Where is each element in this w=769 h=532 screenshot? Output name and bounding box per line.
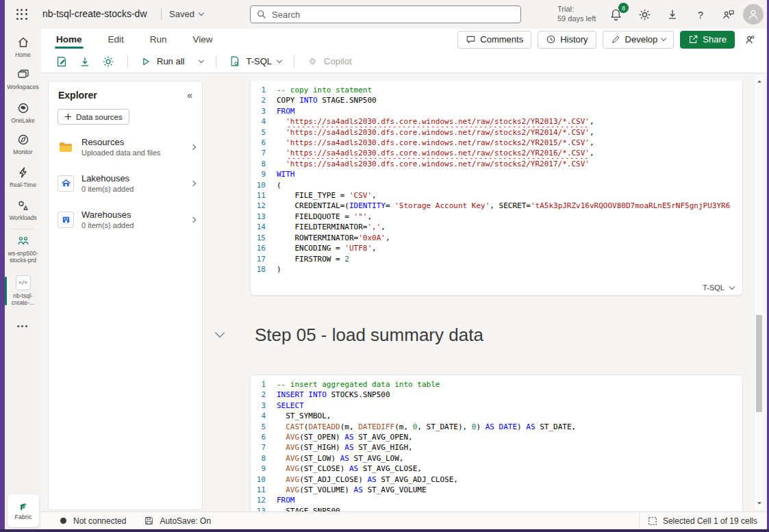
monitor-icon — [16, 133, 30, 147]
copilot-button[interactable]: Copilot — [307, 55, 351, 67]
sidebar-item-notebook-selected[interactable]: </> nb-tsql-create-... — [5, 275, 41, 306]
cell-language-label: T-SQL — [703, 283, 724, 292]
sidebar-item-onelake[interactable]: OneLake — [5, 101, 41, 124]
connection-status[interactable]: Not connected — [73, 516, 126, 526]
line-number: 5 — [251, 422, 277, 432]
line-number: 1 — [251, 379, 277, 390]
sidebar-item-workspaces[interactable]: Workspaces — [5, 68, 41, 90]
export-button[interactable] — [78, 55, 92, 68]
history-button[interactable]: History — [538, 31, 596, 49]
save-edit-icon — [55, 55, 68, 68]
tab-view[interactable]: View — [192, 30, 214, 49]
line-number: 1 — [251, 85, 277, 95]
comments-button[interactable]: Comments — [457, 31, 531, 49]
line-number: 12 — [251, 201, 277, 211]
account-avatar[interactable] — [743, 4, 764, 25]
share-label: Share — [703, 34, 727, 45]
fabric-experience-switcher[interactable]: Fabric — [8, 494, 39, 527]
run-options-chevron[interactable] — [199, 58, 204, 63]
code-cell-2[interactable]: 1-- insert aggregated data into table2IN… — [250, 375, 743, 511]
notebook-toolbar: Run all T-SQL Copilot — [41, 50, 767, 73]
code-line: 2COPY INTO STAGE.SNP500 — [251, 95, 742, 105]
gear-icon — [638, 8, 651, 21]
tab-home[interactable]: Home — [55, 30, 84, 49]
explorer-title: Explorer — [58, 90, 97, 101]
run-all-button[interactable]: Run all — [140, 56, 184, 67]
chevron-down-icon — [661, 36, 666, 41]
rail-divider — [12, 229, 34, 229]
line-number: 9 — [251, 169, 277, 179]
title-divider — [161, 8, 162, 20]
settings-button[interactable] — [635, 5, 653, 23]
app-launcher-icon[interactable] — [15, 8, 29, 21]
save-as-button[interactable] — [55, 55, 68, 68]
session-settings-button[interactable] — [101, 55, 115, 68]
code-line: 9 AVG(ST_CLOSE) AS ST_AVG_CLOSE, — [251, 464, 742, 474]
line-number: 10 — [251, 474, 277, 485]
code-line: 4 'https://sa4adls2030.dfs.core.windows.… — [251, 116, 742, 127]
lakehouse-icon — [58, 175, 74, 192]
cell-language-selector[interactable]: T-SQL — [703, 283, 734, 292]
notebook-title[interactable]: nb-tsql-create-stocks-dw — [42, 8, 147, 19]
status-bar: Not connected AutoSave: On Selected Cell… — [41, 511, 767, 529]
sidebar-item-workloads[interactable]: Workloads — [5, 199, 41, 221]
line-number: 17 — [251, 254, 277, 264]
line-number: 13 — [251, 506, 277, 511]
tab-run[interactable]: Run — [149, 30, 168, 49]
code-editor[interactable]: 1-- insert aggregated data into table2IN… — [251, 375, 742, 511]
presence-button[interactable] — [741, 31, 759, 49]
ellipsis-icon: ••• — [17, 322, 29, 330]
sidebar-item-realtime[interactable]: Real-Time — [5, 166, 41, 188]
code-line: 2INSERT INTO STOCKS.SNP500 — [251, 390, 742, 400]
realtime-icon — [16, 166, 30, 179]
sidebar-item-monitor[interactable]: Monitor — [5, 133, 41, 155]
help-button[interactable]: ? — [692, 5, 709, 23]
language-selector[interactable]: T-SQL — [229, 55, 281, 67]
explorer-item-lakehouses[interactable]: Lakehouses 0 item(s) added — [49, 165, 202, 201]
autosave-toggle[interactable]: AutoSave: On — [144, 516, 211, 526]
play-icon — [140, 56, 151, 67]
cell-selection-status: Selected Cell 1 of 19 cells — [639, 512, 767, 529]
section-heading: Step 05 - load summary data — [255, 325, 483, 346]
search-placeholder: Search — [272, 10, 300, 20]
code-cell-1[interactable]: 1-- copy into statment2COPY INTO STAGE.S… — [250, 81, 743, 296]
develop-label: Develop — [625, 34, 658, 45]
explorer-item-warehouses[interactable]: Warehouses 0 item(s) added — [49, 201, 202, 238]
code-line: 10 AVG(ST_ADJ_CLOSE) AS ST_AVG_ADJ_CLOSE… — [251, 474, 742, 485]
develop-button[interactable]: Develop — [603, 31, 675, 49]
connection-status-icon — [60, 518, 66, 524]
code-line: 6 AVG(ST_OPEN) AS ST_AVG_OPEN, — [251, 432, 742, 442]
line-number: 14 — [251, 222, 277, 232]
line-number: 5 — [251, 127, 277, 138]
markdown-cell[interactable]: Step 05 - load summary data — [212, 316, 746, 353]
feedback-button[interactable] — [719, 5, 737, 23]
line-number: 18 — [251, 264, 277, 275]
collapse-explorer-icon[interactable]: « — [187, 90, 192, 101]
save-state-dropdown[interactable]: Saved — [169, 9, 203, 19]
add-data-sources-button[interactable]: Data sources — [58, 109, 129, 125]
collapse-section-chevron[interactable] — [215, 328, 225, 338]
search-box[interactable]: Search — [250, 5, 521, 23]
copilot-label: Copilot — [324, 56, 351, 66]
share-button[interactable]: Share — [680, 31, 735, 49]
line-number: 6 — [251, 432, 277, 442]
feedback-icon — [722, 8, 735, 21]
scroll-down-arrow[interactable] — [756, 500, 763, 507]
scroll-up-arrow[interactable] — [756, 78, 763, 85]
notifications-button[interactable]: 8 — [607, 5, 625, 23]
sidebar-item-workspace[interactable]: ws-snp500-stocks-prd — [5, 234, 41, 264]
workloads-icon — [16, 199, 30, 212]
plus-icon — [64, 113, 72, 121]
sidebar-item-home[interactable]: Home — [5, 36, 41, 58]
sidebar-item-more[interactable]: ••• — [5, 322, 41, 330]
code-line: 3FROM — [251, 106, 742, 116]
tab-edit[interactable]: Edit — [107, 30, 125, 49]
line-number: 10 — [251, 180, 277, 190]
explorer-item-resources[interactable]: Resources Uploaded data and files — [49, 129, 202, 165]
pencil-icon — [611, 34, 621, 45]
code-line: 8 'https://sa4adls2030.dfs.core.windows.… — [251, 159, 742, 169]
code-editor[interactable]: 1-- copy into statment2COPY INTO STAGE.S… — [251, 81, 742, 275]
install-button[interactable] — [664, 5, 681, 23]
notebook-scrollbar[interactable] — [754, 75, 764, 509]
scrollbar-thumb[interactable] — [756, 315, 762, 412]
